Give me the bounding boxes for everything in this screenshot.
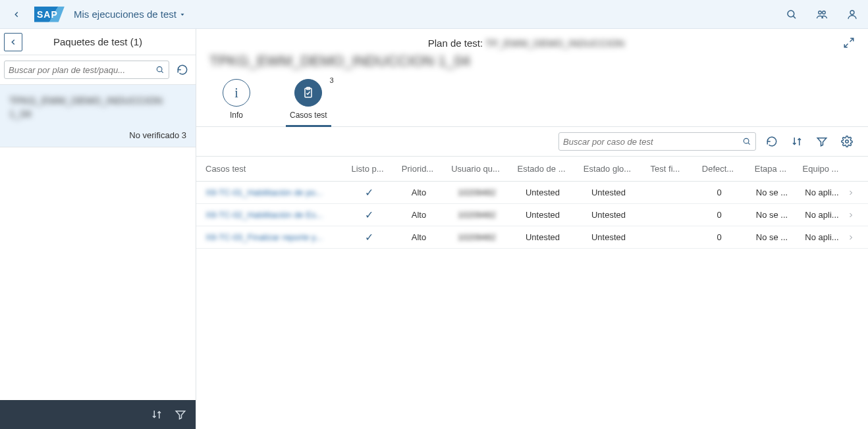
col-casos[interactable]: Casos test [205, 164, 344, 174]
chevron-right-icon [847, 189, 855, 197]
cell-defects: 0 [692, 210, 747, 220]
search-icon [155, 65, 165, 74]
col-prioridad[interactable]: Priorid... [394, 164, 444, 174]
cell-defects: 0 [692, 188, 747, 197]
detail-header: Plan de test: TP_EWM_DEMO_INDUCCION TPKG… [196, 29, 868, 127]
tabbar: i Info 3 Casos test [209, 70, 855, 126]
master-sort-button[interactable] [151, 409, 163, 420]
sort-icon [151, 409, 163, 420]
tab-casos-test[interactable]: 3 Casos test [290, 79, 327, 126]
table-row[interactable]: X8-TC-02_Habilitación de Es...✓Alto10209… [196, 204, 868, 226]
col-usuario[interactable]: Usuario qu... [444, 164, 510, 174]
clipboard-icon [294, 79, 322, 107]
tab-info[interactable]: i Info [223, 79, 250, 126]
sort-icon [791, 136, 803, 147]
cell-priority: Alto [394, 210, 444, 220]
master-title: Paquetes de test (1) [22, 36, 173, 47]
col-testfi[interactable]: Test fi... [641, 164, 692, 174]
shell-user-button[interactable] [844, 7, 860, 22]
table-body: X8-TC-01_Habilitación de po...✓Alto10209… [196, 182, 868, 249]
table-header: Casos test Listo p... Priorid... Usuario… [196, 157, 868, 182]
master-list-item[interactable]: TPKG_EWM_DEMO_INDUCCION 1_04 No verifica… [0, 85, 196, 147]
fullscreen-button[interactable] [843, 37, 855, 49]
col-estado[interactable]: Estado de ... [510, 164, 576, 174]
chevron-right-icon [847, 211, 855, 219]
tab-casos-label: Casos test [290, 111, 327, 120]
chevron-left-icon [12, 10, 21, 19]
cell-priority: Alto [394, 232, 444, 242]
case-link[interactable]: X8-TC-02_Habilitación de Es... [205, 210, 344, 220]
fullscreen-icon [843, 37, 855, 49]
master-nav-back-button[interactable] [4, 33, 22, 51]
svg-point-5 [850, 11, 854, 14]
svg-line-14 [748, 143, 750, 145]
search-icon [742, 137, 751, 146]
table-sort-button[interactable] [788, 132, 806, 151]
svg-point-1 [788, 11, 794, 17]
cell-etapa: No se ... [747, 232, 797, 242]
tab-info-label: Info [230, 111, 243, 120]
col-listo[interactable]: Listo p... [344, 164, 394, 174]
cell-priority: Alto [394, 188, 444, 197]
shell-bar: SAP Mis ejecuciones de test [0, 0, 868, 29]
svg-marker-15 [817, 138, 827, 146]
master-filter-button[interactable] [175, 409, 186, 420]
col-estadoglo[interactable]: Estado glo... [576, 164, 641, 174]
detail-panel: Plan de test: TP_EWM_DEMO_INDUCCION TPKG… [196, 29, 868, 429]
cell-equipo: No apli... [797, 210, 847, 220]
shell-copilot-button[interactable] [814, 7, 830, 22]
cell-state: Untested [510, 210, 576, 220]
filter-icon [175, 409, 186, 420]
cell-etapa: No se ... [747, 188, 797, 197]
cell-user: 10209482 [444, 188, 510, 197]
cell-state: Untested [510, 188, 576, 197]
master-footer [0, 400, 196, 429]
col-etapa[interactable]: Etapa ... [747, 164, 797, 174]
table-search-input[interactable] [563, 137, 742, 147]
row-nav-button[interactable] [847, 189, 864, 197]
case-link[interactable]: X8-TC-01_Habilitación de po... [205, 188, 344, 197]
shell-back-button[interactable] [8, 6, 25, 23]
table-row[interactable]: X8-TC-01_Habilitación de po...✓Alto10209… [196, 182, 868, 204]
master-search-row [0, 55, 196, 85]
ready-check-icon: ✓ [344, 231, 394, 243]
shell-search-button[interactable] [784, 7, 800, 22]
people-icon [815, 9, 828, 20]
cell-etapa: No se ... [747, 210, 797, 220]
chevron-left-icon [9, 38, 18, 47]
svg-line-2 [794, 16, 796, 18]
gear-icon [841, 136, 853, 147]
shell-right [784, 7, 860, 22]
chevron-right-icon [847, 234, 855, 241]
col-equipo[interactable]: Equipo ... [797, 164, 847, 174]
case-link[interactable]: X8-TC-03_Finalizar reporte y... [205, 232, 344, 242]
app-title[interactable]: Mis ejecuciones de test [74, 9, 186, 20]
svg-point-13 [744, 138, 749, 143]
cell-global: Untested [576, 188, 641, 197]
svg-line-9 [850, 38, 854, 41]
cell-global: Untested [576, 232, 641, 242]
svg-marker-8 [176, 411, 185, 419]
tab-casos-badge: 3 [330, 76, 334, 84]
master-panel: Paquetes de test (1) TPKG_EWM_DEMO_INDUC… [0, 29, 196, 429]
col-defectos[interactable]: Defect... [692, 164, 747, 174]
master-search-input[interactable] [9, 65, 155, 75]
svg-point-4 [823, 11, 826, 14]
cell-state: Untested [510, 232, 576, 242]
table-settings-button[interactable] [838, 132, 856, 151]
app-title-text: Mis ejecuciones de test [74, 9, 176, 20]
master-search-field[interactable] [4, 61, 169, 79]
list-item-status: No verificado 3 [9, 130, 186, 140]
table-filter-button[interactable] [813, 132, 831, 151]
table-refresh-button[interactable] [763, 132, 781, 151]
cell-equipo: No apli... [797, 188, 847, 197]
cell-defects: 0 [692, 232, 747, 242]
table-row[interactable]: X8-TC-03_Finalizar reporte y...✓Alto1020… [196, 226, 868, 249]
row-nav-button[interactable] [847, 234, 864, 241]
cell-user: 10209482 [444, 232, 510, 242]
info-icon: i [223, 79, 250, 107]
table-search-field[interactable] [558, 132, 756, 151]
master-refresh-button[interactable] [173, 61, 192, 79]
row-nav-button[interactable] [847, 211, 864, 219]
refresh-icon [766, 136, 778, 147]
